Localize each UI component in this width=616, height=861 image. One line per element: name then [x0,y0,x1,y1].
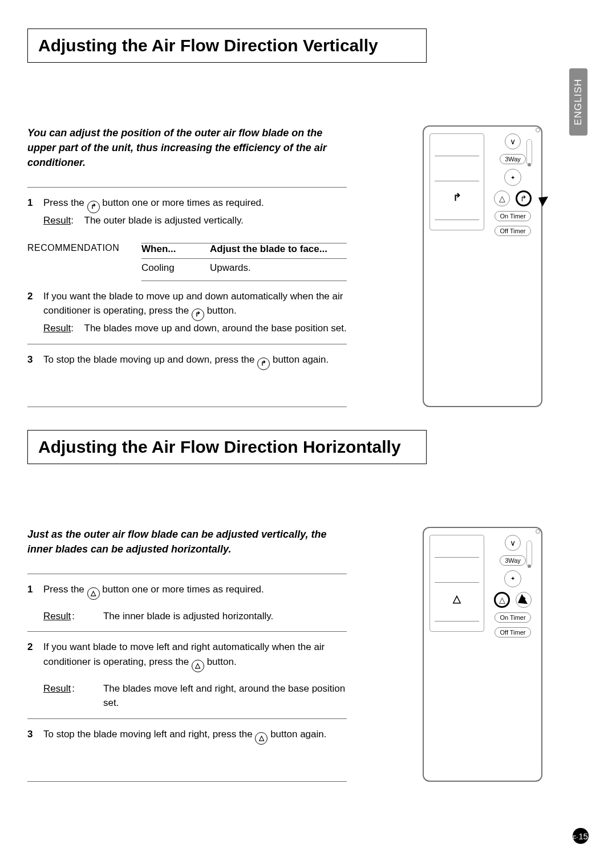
divider [141,281,347,281]
pointer-arrow-icon [536,193,548,206]
horizontal-swing-icon: △ [453,592,461,605]
section2-step1: 1 Press the △ button one or more times a… [27,574,347,632]
remote-buttons: ∨ 3Way ✦ △ ↱ On Timer Off Timer [490,535,536,637]
step-number: 1 [27,582,43,624]
result-label: Result [43,215,71,226]
step-text: To stop the blade moving left and right,… [43,729,253,740]
language-tab: ENGLISH [569,68,587,136]
section1-illustration: ↱ ∨ 3Way ✦ △ ↱ On Timer Off Timer [376,125,589,407]
step-number: 2 [27,289,43,336]
vertical-swing-icon: ↱ [192,308,204,321]
step-number: 3 [27,727,43,745]
section2-illustration: △ ∨ 3Way ✦ △ ↱ On Timer Off Timer [376,527,589,782]
on-timer-button: On Timer [495,612,530,623]
power-lamp-icon [536,128,540,132]
remote-buttons: ∨ 3Way ✦ △ ↱ On Timer Off Timer [490,133,536,236]
result-label: Result [43,681,71,710]
section1-step3: 3 To stop the blade moving up and down, … [27,344,347,378]
page-prefix: E- [573,834,578,840]
step-body: If you want blade to move left and right… [43,640,347,710]
section1-left-column: You can adjust the position of the outer… [27,125,347,407]
vertical-swing-icon: ↱ [257,358,270,370]
step-text: Press the [43,584,84,595]
step-body: If you want the blade to move up and dow… [43,289,347,336]
step-number: 2 [27,640,43,710]
table-row: Cooling Upwards. [141,259,347,281]
horizontal-swing-button: △ [494,592,510,608]
step-text: button. [207,305,237,316]
table-cell-when: Cooling [141,262,210,274]
step-body: To stop the blade moving up and down, pr… [43,352,347,370]
recommendation-label: RECOMMENDATION [27,243,141,281]
result-label: Result [43,609,71,624]
on-timer-button: On Timer [495,211,530,221]
horizontal-swing-icon: △ [192,660,204,672]
3way-button: 3Way [500,154,526,164]
vertical-swing-icon: ↱ [87,201,100,213]
step-text: Press the [43,197,84,208]
3way-button: 3Way [500,555,526,566]
result-label: Result [43,323,71,334]
section2-content: Just as the outer air flow blade can be … [27,527,589,782]
page-number-value: 15 [578,831,588,841]
step-text: button one or more times as required. [102,584,264,595]
horizontal-swing-icon: △ [255,732,268,745]
vertical-swing-icon: ↱ [453,191,461,204]
off-timer-button: Off Timer [495,627,530,637]
horizontal-swing-icon: △ [87,587,100,600]
recommendation-block: RECOMMENDATION When... Adjust the blade … [27,236,347,281]
step-text: button one or more times as required. [102,197,264,208]
step-text: button again. [273,354,329,365]
step-number: 1 [27,196,43,228]
section1-content: You can adjust the position of the outer… [27,125,589,407]
section1-title: Adjusting the Air Flow Direction Vertica… [27,29,427,63]
mode-button: ✦ [504,570,521,587]
down-button: ∨ [505,535,521,551]
horizontal-swing-button: △ [494,190,510,206]
section1-step1: 1 Press the ↱ button one or more times a… [27,188,347,236]
step-text: If you want blade to move left and right… [43,641,325,667]
divider [27,781,347,782]
section2-left-column: Just as the outer air flow blade can be … [27,527,347,782]
section2-title: Adjusting the Air Flow Direction Horizon… [27,430,427,464]
table-header-adjust: Adjust the blade to face... [210,243,347,255]
result-text: The blades move up and down, around the … [84,323,347,334]
page-number: E-15 [573,828,589,844]
step-number: 3 [27,352,43,370]
table-cell-adjust: Upwards. [210,262,347,274]
section1-intro: You can adjust the position of the outer… [27,125,347,170]
step-body: Press the ↱ button one or more times as … [43,196,347,228]
section1-step2: 2 If you want the blade to move up and d… [27,281,347,344]
step-text: button. [207,656,237,667]
section2-step2: 2 If you want blade to move left and rig… [27,632,347,718]
result-text: The inner blade is adjusted horizontally… [103,609,273,624]
table-header-when: When... [141,243,210,255]
result-text: The blades move left and right, around t… [103,681,347,710]
document-page: ENGLISH Adjusting the Air Flow Direction… [0,0,616,861]
recommendation-table: When... Adjust the blade to face... Cool… [141,243,347,281]
section2-intro: Just as the outer air flow blade can be … [27,527,347,557]
step-text: button again. [270,729,326,740]
remote-lcd: △ [429,535,484,632]
power-lamp-icon [536,529,540,534]
step-body: To stop the blade moving left and right,… [43,727,347,745]
table-header: When... Adjust the blade to face... [141,243,347,258]
divider [27,407,347,407]
section2-step3: 3 To stop the blade moving left and righ… [27,719,347,753]
mode-button: ✦ [504,169,521,186]
remote-lcd: ↱ [429,133,484,230]
remote-diagram: ↱ ∨ 3Way ✦ △ ↱ On Timer Off Timer [423,125,542,407]
off-timer-button: Off Timer [495,226,530,236]
down-button: ∨ [505,133,521,149]
step-text: To stop the blade moving up and down, pr… [43,354,254,365]
step-body: Press the △ button one or more times as … [43,582,347,624]
vertical-swing-button: ↱ [516,190,532,206]
remote-diagram: △ ∨ 3Way ✦ △ ↱ On Timer Off Timer [423,527,542,782]
result-text: The outer blade is adjusted vertically. [84,215,244,226]
